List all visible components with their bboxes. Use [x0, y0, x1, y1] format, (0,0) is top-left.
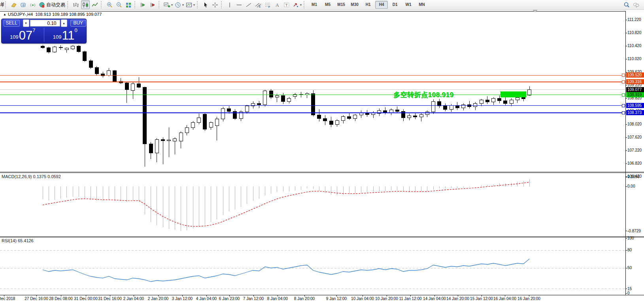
search-button[interactable]	[622, 0, 631, 9]
periods-button[interactable]: ▾	[174, 0, 184, 9]
candle	[173, 137, 177, 154]
candle	[414, 112, 417, 119]
chart-canvas[interactable]	[0, 0, 644, 304]
candle	[209, 122, 213, 130]
timeframe-H4[interactable]: H4	[375, 1, 388, 9]
volume-decrease-button[interactable]: ▼	[23, 19, 29, 27]
horizontal-line-object[interactable]	[0, 81, 625, 84]
candle	[245, 105, 249, 114]
signal-button[interactable]	[28, 0, 37, 9]
horizontal-line-button[interactable]	[235, 0, 244, 9]
order-partial-icon[interactable]: 单	[0, 1, 4, 8]
buy-button[interactable]: BUY	[70, 20, 87, 27]
candle	[227, 106, 231, 114]
timeframe-D1[interactable]: D1	[389, 1, 401, 9]
candle	[143, 87, 147, 167]
dropdown-caret-icon[interactable]: ▾	[300, 3, 302, 7]
macd-main-value: 0.1375	[33, 174, 46, 179]
dropdown-caret-icon[interactable]: ▾	[193, 3, 195, 7]
highlight-rectangle-object[interactable]	[500, 91, 526, 97]
arrow-tools-button[interactable]: ▾	[292, 0, 302, 9]
line-handle[interactable]	[622, 111, 625, 114]
macd-signal-line	[43, 182, 529, 226]
mt4-terminal: 单 自动交易▾▾▾EFAT▾ M1M5M15M30H1H4D1W1MN ▲USD…	[0, 0, 644, 304]
rsi-line	[43, 259, 529, 282]
candle	[251, 101, 255, 108]
toolbar-group-grip[interactable]	[134, 1, 136, 8]
dropdown-caret-icon[interactable]: ▾	[182, 3, 184, 7]
tile-windows-button[interactable]	[124, 0, 133, 9]
candle	[408, 114, 411, 120]
candle	[372, 111, 375, 118]
channel-button[interactable]: E	[254, 0, 263, 9]
book-button[interactable]	[9, 0, 18, 9]
cursor-icon	[202, 2, 209, 8]
toolbar-group-grip[interactable]	[159, 1, 161, 8]
buy-price[interactable]: 109110	[44, 27, 87, 43]
community-button[interactable]	[632, 0, 640, 9]
cursor-button[interactable]	[201, 0, 210, 9]
autotrade-button[interactable]: 自动交易	[38, 0, 66, 9]
fibonacci-button[interactable]: F	[263, 0, 272, 9]
candle	[504, 96, 507, 105]
one-click-trading-panel: SELL ▼ ▲ BUY 109077 109110	[1, 19, 87, 44]
chart-ohlc-values: 108.913 109.189 108.895 109.077	[35, 12, 102, 17]
line-handle[interactable]	[622, 93, 625, 96]
timeframe-M30[interactable]: M30	[348, 1, 361, 9]
text-label-button[interactable]: T	[282, 0, 291, 9]
bars-chart-button[interactable]	[72, 0, 80, 9]
indicators-add-button[interactable]: ▾	[163, 0, 173, 9]
volume-increase-button[interactable]: ▲	[61, 19, 67, 27]
candle	[125, 82, 128, 103]
vertical-line-button[interactable]	[225, 0, 234, 9]
timeframe-W1[interactable]: W1	[402, 1, 415, 9]
timeframe-M5[interactable]: M5	[321, 1, 334, 9]
candle	[221, 107, 225, 122]
line-handle[interactable]	[622, 81, 625, 84]
candle	[113, 70, 117, 82]
timeframe-M15[interactable]: M15	[335, 1, 347, 9]
timeframe-M1[interactable]: M1	[308, 1, 321, 9]
candle	[119, 78, 123, 84]
crosshair-button[interactable]	[211, 0, 219, 9]
sell-price[interactable]: 109077	[2, 27, 44, 43]
signal-icon	[29, 2, 36, 8]
volume-input[interactable]	[30, 20, 60, 27]
text-button[interactable]: A	[273, 0, 281, 9]
dropdown-caret-icon[interactable]: ▾	[171, 3, 173, 7]
toolbar-group-grip[interactable]	[101, 1, 103, 8]
toolbar-group-grip[interactable]	[5, 1, 7, 8]
trend-line-button[interactable]	[244, 0, 253, 9]
line-handle[interactable]	[622, 74, 625, 77]
collapse-triangle-icon[interactable]: ▲	[3, 13, 6, 16]
chart-symbol-period: USDJPY-,H4	[8, 12, 33, 17]
publisher-button[interactable]	[19, 0, 28, 9]
candle	[47, 47, 51, 53]
zoom-out-button[interactable]	[115, 0, 123, 9]
candle	[155, 138, 159, 162]
zoom-in-button[interactable]	[105, 0, 114, 9]
candle	[492, 97, 495, 105]
sell-button[interactable]: SELL	[4, 20, 20, 27]
candle	[480, 99, 483, 106]
line-chart-button[interactable]	[91, 0, 99, 9]
zoom-out-icon	[115, 2, 123, 8]
candle	[197, 114, 201, 124]
auto-scroll-button[interactable]	[148, 0, 157, 9]
toolbar-group-grip[interactable]	[197, 1, 199, 8]
toolbar-group-grip[interactable]	[67, 1, 69, 8]
timeframe-H1[interactable]: H1	[362, 1, 374, 9]
macd-panel-splitter[interactable]	[0, 172, 644, 173]
pivot-annotation-text[interactable]: 多空转折点108.919	[393, 90, 453, 99]
toolbar-group-grip[interactable]	[304, 1, 306, 8]
candle	[287, 97, 291, 104]
horizontal-line-object[interactable]	[0, 74, 625, 77]
candle	[203, 112, 207, 131]
candles-chart-button[interactable]	[81, 0, 90, 9]
rsi-panel-splitter[interactable]	[0, 237, 644, 238]
scroll-end-button[interactable]	[139, 0, 147, 9]
toolbar-group-grip[interactable]	[221, 1, 223, 8]
timeframe-MN[interactable]: MN	[415, 1, 428, 9]
template-button[interactable]: ▾	[185, 0, 195, 9]
line-handle[interactable]	[622, 104, 625, 107]
